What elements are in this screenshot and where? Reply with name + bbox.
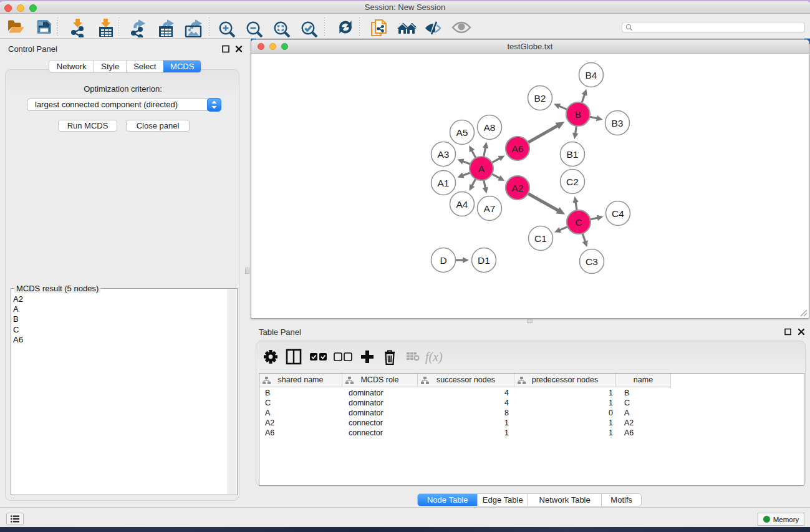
svg-text:A8: A8 (484, 122, 496, 133)
svg-text:C: C (575, 217, 582, 228)
svg-text:A2: A2 (512, 183, 524, 193)
svg-text:B: B (575, 109, 581, 120)
svg-text:A7: A7 (484, 203, 496, 214)
svg-text:B3: B3 (612, 118, 624, 128)
svg-text:B2: B2 (534, 93, 546, 104)
svg-text:B4: B4 (586, 70, 597, 80)
svg-text:A4: A4 (456, 199, 468, 210)
svg-text:C3: C3 (586, 256, 598, 267)
svg-text:B1: B1 (567, 149, 579, 160)
svg-text:A: A (478, 163, 485, 174)
svg-text:A5: A5 (456, 127, 468, 138)
svg-text:A6: A6 (512, 143, 524, 154)
svg-text:A3: A3 (438, 149, 450, 160)
svg-text:A1: A1 (438, 178, 450, 188)
svg-text:f(x): f(x) (425, 350, 443, 364)
svg-text:C2: C2 (566, 177, 579, 187)
svg-text:C1: C1 (534, 233, 547, 244)
svg-text:D: D (440, 255, 446, 266)
svg-text:C4: C4 (612, 208, 624, 219)
svg-text:D1: D1 (478, 255, 490, 266)
